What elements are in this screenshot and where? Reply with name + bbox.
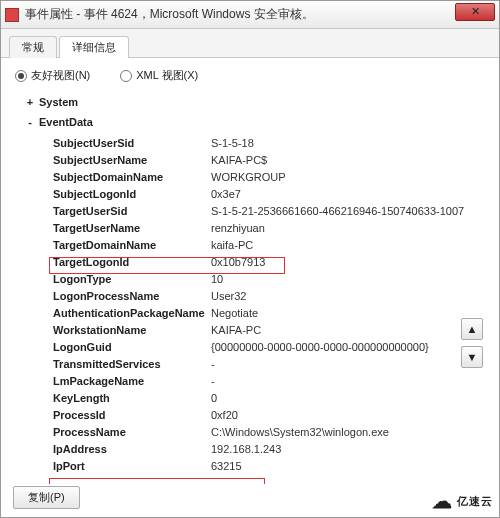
node-system-label: System bbox=[39, 96, 78, 108]
close-icon: ✕ bbox=[471, 5, 480, 17]
highlight-ipaddress bbox=[49, 478, 265, 484]
row-ipport: IpPort63215 bbox=[53, 458, 485, 475]
val: - bbox=[211, 356, 215, 373]
row-authenticationpackagename: AuthenticationPackageNameNegotiate bbox=[53, 305, 485, 322]
key: SubjectUserName bbox=[53, 152, 211, 169]
copy-button-label: 复制(P) bbox=[28, 491, 65, 503]
val: 10 bbox=[211, 271, 223, 288]
tab-general[interactable]: 常规 bbox=[9, 36, 57, 58]
val: kaifa-PC bbox=[211, 237, 253, 254]
row-logonguid: LogonGuid{00000000-0000-0000-0000-000000… bbox=[53, 339, 485, 356]
val: 0x3e7 bbox=[211, 186, 241, 203]
row-processname: ProcessNameC:\Windows\System32\winlogon.… bbox=[53, 424, 485, 441]
row-transmittedservices: TransmittedServices- bbox=[53, 356, 485, 373]
row-keylength: KeyLength0 bbox=[53, 390, 485, 407]
key: AuthenticationPackageName bbox=[53, 305, 211, 322]
row-subjectusersid: SubjectUserSidS-1-5-18 bbox=[53, 135, 485, 152]
row-logontype: LogonType10 bbox=[53, 271, 485, 288]
tab-details-label: 详细信息 bbox=[72, 41, 116, 53]
tab-strip: 常规 详细信息 bbox=[1, 29, 499, 58]
radio-dot-icon bbox=[15, 70, 27, 82]
key: IpPort bbox=[53, 458, 211, 475]
val: {00000000-0000-0000-0000-000000000000} bbox=[211, 339, 429, 356]
footer: 复制(P) bbox=[13, 486, 80, 509]
eventdata-fields: SubjectUserSidS-1-5-18 SubjectUserNameKA… bbox=[53, 135, 485, 475]
data-tree: +System -EventData SubjectUserSidS-1-5-1… bbox=[25, 95, 485, 475]
val: 0 bbox=[211, 390, 217, 407]
val: KAIFA-PC bbox=[211, 322, 261, 339]
cloud-icon: ☁ bbox=[432, 489, 453, 513]
val: 0xf20 bbox=[211, 407, 238, 424]
key: LogonProcessName bbox=[53, 288, 211, 305]
tab-general-label: 常规 bbox=[22, 41, 44, 53]
val: S-1-5-21-2536661660-466216946-150740633-… bbox=[211, 203, 464, 220]
radio-xml-view[interactable]: XML 视图(X) bbox=[120, 68, 198, 83]
row-targetdomainname: TargetDomainNamekaifa-PC bbox=[53, 237, 485, 254]
row-ipaddress: IpAddress192.168.1.243 bbox=[53, 441, 485, 458]
key: LogonType bbox=[53, 271, 211, 288]
val: S-1-5-18 bbox=[211, 135, 254, 152]
val: C:\Windows\System32\winlogon.exe bbox=[211, 424, 389, 441]
expand-icon: + bbox=[25, 96, 35, 108]
key: TargetUserName bbox=[53, 220, 211, 237]
titlebar[interactable]: 事件属性 - 事件 4624，Microsoft Windows 安全审核。 ✕ bbox=[1, 1, 499, 29]
val: WORKGROUP bbox=[211, 169, 286, 186]
row-subjectusername: SubjectUserNameKAIFA-PC$ bbox=[53, 152, 485, 169]
row-lmpackagename: LmPackageName- bbox=[53, 373, 485, 390]
row-targetusername: TargetUserNamerenzhiyuan bbox=[53, 220, 485, 237]
val: Negotiate bbox=[211, 305, 258, 322]
copy-button[interactable]: 复制(P) bbox=[13, 486, 80, 509]
close-button[interactable]: ✕ bbox=[455, 3, 495, 21]
row-targetlogonid: TargetLogonId0x10b7913 bbox=[53, 254, 485, 271]
key: LmPackageName bbox=[53, 373, 211, 390]
row-processid: ProcessId0xf20 bbox=[53, 407, 485, 424]
details-body: 友好视图(N) XML 视图(X) +System -EventData Sub… bbox=[1, 58, 499, 484]
key: ProcessId bbox=[53, 407, 211, 424]
key: ProcessName bbox=[53, 424, 211, 441]
row-workstationname: WorkstationNameKAIFA-PC bbox=[53, 322, 485, 339]
key: TargetDomainName bbox=[53, 237, 211, 254]
val: - bbox=[211, 373, 215, 390]
event-properties-window: 事件属性 - 事件 4624，Microsoft Windows 安全审核。 ✕… bbox=[0, 0, 500, 518]
app-icon bbox=[5, 8, 19, 22]
node-eventdata[interactable]: -EventData bbox=[25, 115, 485, 129]
watermark-text: 亿速云 bbox=[457, 494, 493, 509]
nav-buttons: ▲ ▼ bbox=[461, 318, 483, 368]
val: 0x10b7913 bbox=[211, 254, 265, 271]
node-eventdata-label: EventData bbox=[39, 116, 93, 128]
radio-friendly-view[interactable]: 友好视图(N) bbox=[15, 68, 90, 83]
view-mode-row: 友好视图(N) XML 视图(X) bbox=[15, 68, 485, 83]
key: SubjectLogonId bbox=[53, 186, 211, 203]
key: SubjectDomainName bbox=[53, 169, 211, 186]
row-subjectlogonid: SubjectLogonId0x3e7 bbox=[53, 186, 485, 203]
tab-details[interactable]: 详细信息 bbox=[59, 36, 129, 58]
key: TargetLogonId bbox=[53, 254, 211, 271]
row-subjectdomainname: SubjectDomainNameWORKGROUP bbox=[53, 169, 485, 186]
key: TransmittedServices bbox=[53, 356, 211, 373]
row-targetusersid: TargetUserSidS-1-5-21-2536661660-4662169… bbox=[53, 203, 485, 220]
key: LogonGuid bbox=[53, 339, 211, 356]
node-system[interactable]: +System bbox=[25, 95, 485, 109]
key: KeyLength bbox=[53, 390, 211, 407]
window-title: 事件属性 - 事件 4624，Microsoft Windows 安全审核。 bbox=[25, 6, 314, 23]
key: WorkstationName bbox=[53, 322, 211, 339]
nav-up-button[interactable]: ▲ bbox=[461, 318, 483, 340]
arrow-up-icon: ▲ bbox=[467, 323, 478, 335]
nav-down-button[interactable]: ▼ bbox=[461, 346, 483, 368]
arrow-down-icon: ▼ bbox=[467, 351, 478, 363]
collapse-icon: - bbox=[25, 116, 35, 128]
key: SubjectUserSid bbox=[53, 135, 211, 152]
val: User32 bbox=[211, 288, 246, 305]
radio-xml-label: XML 视图(X) bbox=[136, 68, 198, 83]
key: IpAddress bbox=[53, 441, 211, 458]
radio-dot-icon bbox=[120, 70, 132, 82]
val: 192.168.1.243 bbox=[211, 441, 281, 458]
row-logonprocessname: LogonProcessNameUser32 bbox=[53, 288, 485, 305]
key: TargetUserSid bbox=[53, 203, 211, 220]
val: KAIFA-PC$ bbox=[211, 152, 267, 169]
radio-friendly-label: 友好视图(N) bbox=[31, 68, 90, 83]
watermark: ☁ 亿速云 bbox=[432, 489, 493, 513]
val: 63215 bbox=[211, 458, 242, 475]
val: renzhiyuan bbox=[211, 220, 265, 237]
